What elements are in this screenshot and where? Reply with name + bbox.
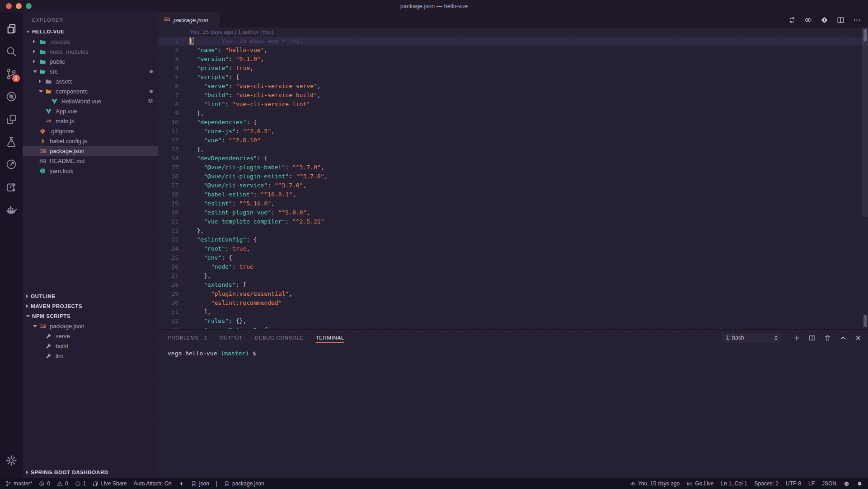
tree-item-main-js[interactable]: JSmain.js [23,116,158,126]
tree-item-package-json[interactable]: package.json [23,146,158,156]
line-number[interactable]: 32 [158,317,178,326]
chevron-down-icon[interactable] [33,325,37,327]
activity-bar-item-test[interactable] [0,130,23,153]
panel-tab-output[interactable]: OUTPUT [220,330,243,346]
panel-tab-problems[interactable]: PROBLEMS1 [168,330,207,346]
code-line-3[interactable]: 3"version": "0.1.0", [158,55,868,64]
code-line-33[interactable]: 33"parserOptions": { [158,326,868,329]
npm-script-lint[interactable]: lint [23,351,158,361]
code-line-13[interactable]: 13}, [158,145,868,154]
chevron-right-icon[interactable] [39,79,43,83]
more-actions-icon[interactable] [853,16,861,24]
line-number[interactable]: 28 [158,280,178,289]
chevron-down-icon[interactable] [33,70,37,73]
gitlens-blame-status[interactable]: You, 15 days ago [630,480,680,487]
code-line-19[interactable]: 19"eslint": "^5.16.0", [158,199,868,208]
section-header-springboot[interactable]: SPRING-BOOT DASHBOARD [23,467,158,477]
line-number[interactable]: 13 [158,145,178,154]
chevron-right-icon[interactable] [33,60,37,63]
line-number[interactable]: 6 [158,82,178,91]
live-share-status[interactable]: Live Share [93,480,127,487]
go-live-status[interactable]: Go Live [687,480,713,487]
activity-bar-item-source-control[interactable]: 1 [0,63,23,85]
tree-item-src[interactable]: src [23,66,158,76]
tree-item-helloworld-vue[interactable]: HelloWorld.vueM [23,96,158,106]
code-line-28[interactable]: 28"extends": [ [158,280,868,289]
activity-bar-item-gitlens[interactable] [0,153,23,176]
eslint-json-status[interactable]: json [191,480,209,487]
cursor-position[interactable]: Ln 1, Col 1 [721,480,747,487]
code-line-16[interactable]: 16"@vue/cli-plugin-eslint": "^3.7.0", [158,172,868,181]
indentation-status[interactable]: Spaces: 2 [755,480,779,487]
code-line-6[interactable]: 6"serve": "vue-cli-service serve", [158,82,868,91]
line-number[interactable]: 1 [158,37,178,46]
code-line-14[interactable]: 14"devDependencies": { [158,154,868,163]
code-line-25[interactable]: 25"env": { [158,253,868,262]
line-number[interactable]: 27 [158,271,178,280]
code-line-7[interactable]: 7"build": "vue-cli-service build", [158,91,868,100]
errors-count[interactable]: 0 [39,480,50,487]
terminal-select[interactable]: 1: bash [723,333,781,343]
tab-package-json[interactable]: package.json [158,12,221,28]
chevron-right-icon[interactable] [33,50,37,53]
code-line-5[interactable]: 5"scripts": { [158,73,868,82]
npm-script-package-json[interactable]: package.json [23,321,158,331]
line-number[interactable]: 12 [158,136,178,145]
code-line-24[interactable]: 24"root": true, [158,244,868,253]
code-line-10[interactable]: 10"dependencies": { [158,118,868,127]
line-number[interactable]: 25 [158,253,178,262]
code-line-21[interactable]: 21"vue-template-compiler": "^2.5.21" [158,217,868,226]
tree-item-babel-config-js[interactable]: bbabel.config.js [23,136,158,146]
line-number[interactable]: 26 [158,262,178,271]
eol-status[interactable]: LF [808,480,815,487]
eye-icon[interactable] [804,16,812,24]
line-number[interactable]: 4 [158,64,178,73]
sync-icon[interactable] [788,16,796,24]
code-line-20[interactable]: 20"eslint-plugin-vue": "^5.0.0", [158,208,868,217]
section-header-npm-scripts[interactable]: NPM SCRIPTS [23,311,158,321]
npm-script-serve[interactable]: serve [23,331,158,341]
line-number[interactable]: 19 [158,199,178,208]
line-number[interactable]: 7 [158,91,178,100]
code-line-31[interactable]: 31], [158,307,868,317]
line-number[interactable]: 11 [158,127,178,136]
editor-scrollbar[interactable] [862,28,868,217]
code-line-22[interactable]: 22}, [158,226,868,235]
line-number[interactable]: 29 [158,289,178,298]
trash-icon[interactable] [824,335,831,341]
split-panel-icon[interactable] [809,335,816,341]
activity-bar-item-debug[interactable] [0,85,23,108]
code-line-32[interactable]: 32"rules": {}, [158,317,868,326]
code-editor[interactable]: You, 15 days ago | 1 author (You) 1{ You… [158,28,868,329]
activity-bar-item-extensions[interactable] [0,108,23,130]
line-number[interactable]: 18 [158,190,178,199]
feedback-smiley[interactable] [844,481,849,487]
code-line-30[interactable]: 30"eslint:recommended" [158,298,868,307]
plus-icon[interactable] [793,335,800,341]
tree-item-app-vue[interactable]: App.vue [23,106,158,116]
language-mode[interactable]: JSON [822,480,836,487]
auto-attach-status[interactable]: Auto Attach: On [134,480,172,487]
line-number[interactable]: 17 [158,181,178,190]
code-line-29[interactable]: 29"plugin:vue/essential", [158,289,868,298]
settings-button[interactable] [0,449,23,472]
code-line-4[interactable]: 4"private": true, [158,64,868,73]
line-number[interactable]: 14 [158,154,178,163]
line-number[interactable]: 30 [158,298,178,307]
tree-item-assets[interactable]: assets [23,76,158,86]
line-number[interactable]: 2 [158,46,178,55]
code-line-2[interactable]: 2"name": "hello-vue", [158,46,868,55]
tree-item-public[interactable]: public [23,56,158,66]
code-line-23[interactable]: 23"eslintConfig": { [158,235,868,244]
split-editor-icon[interactable] [837,16,845,24]
tree-item-yarn-lock[interactable]: yarn.lock [23,166,158,176]
code-line-26[interactable]: 26"node": true [158,262,868,271]
line-number[interactable]: 23 [158,235,178,244]
tree-item--vscode[interactable]: .vscode [23,37,158,47]
gitlens-blame-header[interactable]: You, 15 days ago | 1 author (You) [158,28,868,37]
tree-item-readme-md[interactable]: README.md [23,156,158,166]
line-number[interactable]: 3 [158,55,178,64]
line-number[interactable]: 9 [158,109,178,118]
code-line-15[interactable]: 15"@vue/cli-plugin-babel": "^3.7.0", [158,163,868,172]
tree-item-node-modules[interactable]: node_modules [23,47,158,56]
